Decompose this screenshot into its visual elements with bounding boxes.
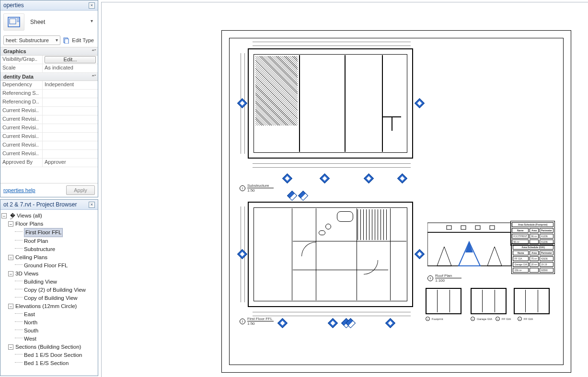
prop-row[interactable]: Current Revisi.. (0, 124, 98, 133)
browser-title: ot 2 & 7.rvt - Project Browser (3, 201, 77, 208)
prop-value[interactable] (43, 115, 98, 124)
schedule-gia[interactable]: Area Schedule (GIA) NameAreaPerimeter FF… (511, 243, 555, 274)
prop-row[interactable]: Referencing S.. (0, 90, 98, 98)
expand-icon[interactable]: − (8, 255, 13, 260)
tree-item[interactable]: South (1, 327, 97, 335)
type-selector[interactable]: Sheet (28, 17, 95, 27)
prop-row[interactable]: Scale As indicated (0, 64, 98, 73)
expand-icon[interactable]: − (8, 221, 13, 227)
prop-value[interactable] (43, 124, 98, 132)
tree-item[interactable]: North (1, 319, 97, 327)
project-browser-panel: ot 2 & 7.rvt - Project Browser × −�ۣView… (0, 199, 98, 376)
tree-item[interactable]: Bed 1 E/S Door Section (1, 351, 97, 359)
sheet-type-icon (3, 13, 24, 31)
bathroom-fixtures (317, 209, 355, 240)
tree-item[interactable]: First Floor FFL (1, 228, 97, 237)
prop-row[interactable]: Current Revisi.. (0, 141, 98, 150)
apply-button[interactable]: Apply (66, 185, 95, 195)
tree-item[interactable]: −3D Views (1, 270, 97, 278)
edit-type-icon (63, 37, 70, 44)
tree-item[interactable]: Substructure (1, 245, 97, 253)
prop-value[interactable] (43, 150, 98, 158)
schedule-footprint[interactable]: Area Schedule (Footprint) NameAreaPerime… (510, 221, 555, 246)
prop-value[interactable] (43, 107, 98, 115)
view-substructure-plan[interactable] (248, 48, 413, 159)
prop-row[interactable]: Visibility/Grap.. Edit... (0, 56, 98, 64)
mini-plan-footprint[interactable] (426, 288, 461, 314)
tree-item[interactable]: −Sections (Building Section) (1, 343, 97, 351)
prop-value[interactable]: As indicated (43, 64, 98, 72)
svg-rect-1 (10, 19, 16, 24)
tree-item[interactable]: Roof Plan (1, 237, 97, 245)
close-icon[interactable]: × (89, 2, 95, 9)
prop-row[interactable]: Referencing D.. (0, 98, 98, 107)
properties-title: operties (3, 2, 24, 9)
tree-item[interactable]: Building View (1, 278, 97, 286)
prop-row[interactable]: Current Revisi.. (0, 133, 98, 141)
tree-item[interactable]: West (1, 335, 97, 343)
instance-type-selector[interactable]: heet: Substructure (3, 35, 60, 45)
properties-panel-header[interactable]: operties × (0, 0, 98, 11)
table-row: Garage GIA20 m²19 19 (513, 262, 553, 267)
prop-row[interactable]: Approved ByApprover (0, 159, 98, 167)
tree-item[interactable]: −Floor Plans (1, 220, 97, 228)
expand-icon[interactable]: ⌃ ˇ (91, 49, 95, 54)
svg-rect-15 (475, 226, 480, 229)
prop-value[interactable]: Independent (43, 81, 98, 89)
tree-item[interactable]: East (1, 310, 97, 319)
tree-item[interactable]: −Ceiling Plans (1, 253, 97, 262)
svg-rect-16 (490, 226, 495, 229)
browser-panel-header[interactable]: ot 2 & 7.rvt - Project Browser × (0, 200, 98, 210)
prop-value[interactable] (43, 98, 98, 106)
svg-rect-8 (427, 223, 511, 232)
tree-item[interactable]: Copy (2) of Building View (1, 286, 97, 294)
view-first-floor-plan[interactable] (248, 202, 413, 307)
group-graphics[interactable]: Graphics ⌃ ˇ (0, 47, 98, 56)
tree-root[interactable]: −�ۣViews (all) (1, 212, 97, 220)
svg-rect-14 (461, 226, 466, 229)
mini-plan-ff-gia-1[interactable] (514, 288, 550, 314)
visibility-edit-button[interactable]: Edit... (45, 56, 96, 63)
svg-marker-12 (487, 247, 502, 266)
mini-plan-garage[interactable] (471, 288, 507, 314)
table-row: 156 m²93590 (513, 268, 553, 273)
prop-value[interactable]: Approver (43, 159, 98, 167)
view-title-substructure: 1 Substructure 1:50 (240, 183, 274, 193)
tree-item[interactable]: Ground Floor FFL (1, 262, 97, 270)
view-title-roof: 3 Roof Plan 1:100 (427, 274, 461, 283)
tree-item[interactable]: Bed 1 E/S Section (1, 359, 97, 367)
prop-value[interactable] (43, 133, 98, 141)
prop-value[interactable] (43, 141, 98, 149)
prop-value[interactable] (43, 90, 98, 98)
view-roof-plan[interactable] (427, 218, 511, 271)
prop-row[interactable]: Current Revisi.. (0, 115, 98, 124)
project-tree[interactable]: −�ۣViews (all)−Floor PlansFirst Floor FF… (0, 210, 98, 369)
edit-type-button[interactable]: Edit Type (62, 35, 95, 45)
svg-marker-9 (437, 247, 451, 266)
expand-icon[interactable]: − (8, 271, 13, 276)
properties-help-link[interactable]: roperties help (3, 187, 35, 193)
tree-item[interactable]: Copy of Building View (1, 294, 97, 302)
table-row: FOOTPRINT96 m²41236 (512, 234, 553, 239)
svg-rect-6 (65, 39, 69, 44)
properties-panel: operties × Sheet heet: Substructure Edit (0, 0, 98, 197)
prop-row[interactable]: Current Revisi.. (0, 107, 98, 115)
expand-icon[interactable]: ⌃ ˇ (91, 74, 95, 80)
prop-row[interactable]: Current Revisi.. (0, 150, 98, 159)
expand-icon[interactable]: − (8, 304, 13, 309)
close-icon[interactable]: × (89, 202, 95, 208)
table-row: FF GIA75 m²42636 (513, 256, 553, 261)
sheet-view[interactable]: 1 Substructure 1:50 (221, 30, 571, 373)
property-grid: Graphics ⌃ ˇ Visibility/Grap.. Edit... S… (0, 47, 98, 183)
expand-icon[interactable]: − (8, 344, 13, 350)
drawing-canvas[interactable]: 1 Substructure 1:50 (99, 0, 588, 377)
group-identity[interactable]: dentity Data ⌃ ˇ (0, 73, 98, 81)
prop-row[interactable]: DependencyIndependent (0, 81, 98, 90)
tree-item[interactable]: −Elevations (12mm Circle) (1, 302, 97, 310)
view-title-first-floor: 2 First Floor FFL 1:50 (240, 317, 274, 326)
svg-rect-13 (447, 226, 451, 229)
